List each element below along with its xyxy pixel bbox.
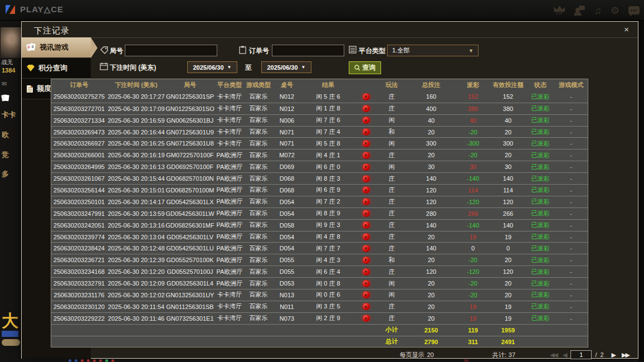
platform-type: 卡卡湾厅 (214, 93, 245, 101)
payout: 152 (456, 93, 490, 100)
total-bet: 20 (406, 152, 456, 158)
platform-type-select[interactable]: 1.全部 ▼ (387, 45, 479, 56)
column-header: 订单号 (51, 81, 107, 89)
column-header: 结果 (301, 81, 355, 89)
vip-icon[interactable]: VIP (554, 6, 565, 15)
close-icon[interactable]: × (624, 25, 629, 33)
round-number-input[interactable] (125, 45, 217, 56)
table-row: 2506302032311762025-06-30 20:12:02GN0132… (51, 289, 588, 301)
game-mode: - (554, 140, 588, 147)
column-header: 平台类型 (214, 81, 245, 89)
replay-play-icon[interactable] (363, 280, 370, 287)
platform-type: PA欧洲厅 (214, 151, 245, 160)
round-number: GN006256301BJ (165, 117, 214, 124)
round-number: GD054256301LW (165, 210, 214, 217)
replay-play-icon[interactable] (363, 140, 370, 147)
replay-play-icon[interactable] (363, 175, 370, 182)
result: 闲 9 庄 3 (301, 221, 355, 229)
next-page-icon[interactable]: ▶ (612, 352, 616, 358)
payout: -20 (456, 129, 490, 136)
prev-page-icon[interactable]: ◀ (563, 352, 567, 358)
replay-cell (355, 315, 377, 322)
order-number: 250630203261067 (51, 175, 107, 182)
last-page-icon[interactable]: ▶▶ (622, 352, 629, 358)
table-number: N013 (272, 292, 301, 298)
customer-service-icon[interactable] (574, 6, 585, 16)
settings-gear-icon[interactable]: ⚙ (611, 6, 619, 16)
magnifier-icon (354, 65, 360, 71)
order-number-input[interactable] (272, 45, 344, 56)
replay-play-icon[interactable] (363, 186, 370, 194)
platform-type: PA欧洲厅 (214, 233, 245, 241)
table-row: 2506302032327912025-06-30 20:12:09GD0532… (51, 277, 588, 289)
replay-play-icon[interactable] (363, 117, 370, 124)
valid-bet: 114 (490, 187, 526, 194)
replay-play-icon[interactable] (363, 315, 370, 322)
grand-total-row-valid-bet: 2491 (490, 339, 526, 345)
first-page-icon[interactable]: ◀◀ (550, 352, 557, 358)
order-number: 250630203247991 (51, 210, 107, 217)
game-mode: - (554, 257, 588, 263)
top-bar: PLAY△CE VIP ♫ ⚙ ••• (0, 0, 644, 21)
search-button[interactable]: 查询 (349, 61, 381, 74)
status-badge: 已派彩 (526, 302, 554, 311)
modal-title: 下注记录 (34, 26, 70, 36)
total-bet: 120 (406, 268, 456, 275)
game-mode: - (554, 163, 588, 170)
per-page-value[interactable]: 20 (427, 351, 433, 358)
date-from-picker[interactable]: 2025/06/30▼ (187, 61, 237, 73)
replay-play-icon[interactable] (363, 221, 370, 229)
chat-bubble-icon[interactable]: ••• (628, 6, 640, 15)
replay-play-icon[interactable] (363, 245, 370, 252)
bet-type: 闲 (377, 279, 406, 288)
replay-cell (355, 291, 377, 298)
music-icon[interactable]: ♫ (594, 6, 602, 16)
playing-cards-icon: K9 (27, 44, 36, 52)
platform-type: PA欧洲厅 (214, 163, 245, 171)
playace-logo: PLAY△CE (6, 4, 64, 15)
game-type: 百家乐 (245, 233, 272, 241)
replay-play-icon[interactable] (363, 163, 370, 171)
replay-play-icon[interactable] (363, 210, 370, 217)
game-type: 百家乐 (245, 244, 272, 253)
total-bet: 20 (406, 303, 456, 310)
playace-logo-text: PLAY△CE (20, 4, 64, 15)
game-mode: - (554, 280, 588, 287)
replay-play-icon[interactable] (363, 303, 370, 310)
background-banner-pill (2, 339, 20, 346)
game-type: 百家乐 (245, 209, 272, 218)
bet-time: 2025-06-30 20:14:17 (107, 199, 165, 205)
order-number: 250630203239774 (51, 234, 107, 240)
order-number: 250630203231176 (51, 292, 107, 298)
date-to-picker[interactable]: 2025/06/30▼ (261, 61, 311, 73)
gem-icon (27, 65, 35, 71)
game-type: 百家乐 (245, 302, 272, 311)
round-number-label: 局号 (110, 46, 123, 56)
replay-play-icon[interactable] (363, 93, 370, 100)
round-number: GN071256301U9 (165, 129, 214, 136)
bet-time: 2025-06-30 20:11:54 (107, 303, 165, 310)
replay-play-icon[interactable] (363, 268, 370, 276)
game-type: 百家乐 (245, 221, 272, 229)
replay-play-icon[interactable] (363, 257, 370, 264)
replay-play-icon[interactable] (363, 233, 370, 240)
page-number-input[interactable] (570, 350, 592, 359)
game-mode: - (554, 175, 588, 182)
game-mode: - (554, 222, 588, 229)
replay-play-icon[interactable] (363, 105, 370, 112)
tab-video-games[interactable]: K9 视讯游戏 (22, 37, 91, 58)
result: 闲 6 庄 4 (301, 268, 355, 276)
table-number: D054 (272, 234, 301, 240)
status-badge: 已派彩 (526, 151, 554, 160)
replay-play-icon[interactable] (363, 152, 370, 159)
bet-type: 庄 (377, 104, 406, 113)
replay-play-icon[interactable] (363, 198, 370, 205)
replay-play-icon[interactable] (363, 291, 370, 298)
result: 闲 6 庄 9 (301, 186, 355, 194)
valid-bet: 19 (490, 315, 526, 322)
replay-play-icon[interactable] (363, 128, 370, 136)
tab-points-query[interactable]: 积分查询 (22, 58, 91, 79)
payout: -20 (456, 257, 490, 263)
payout: 19 (456, 303, 490, 310)
round-number: GN013256301UY (165, 292, 214, 298)
